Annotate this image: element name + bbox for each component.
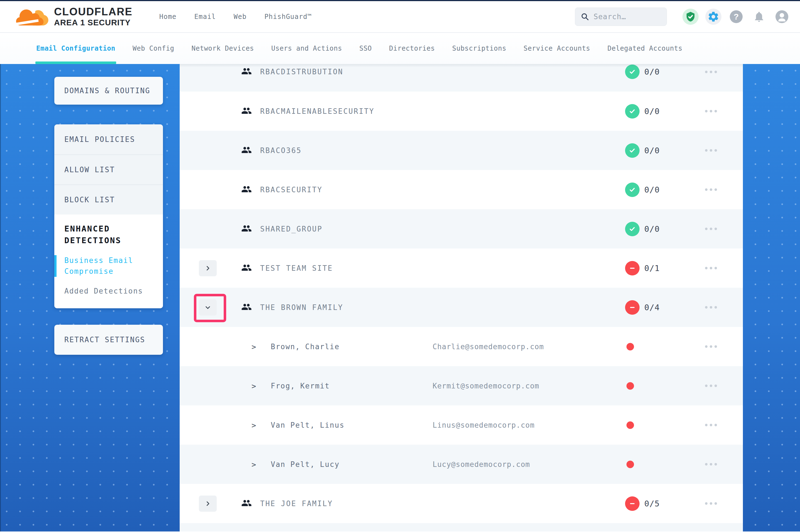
tab-delegated-accounts[interactable]: Delegated Accounts [607,33,683,64]
primary-nav: HomeEmailWebPhishGuard™ [159,13,312,21]
tab-email-configuration[interactable]: Email Configuration [36,33,115,64]
row-actions-menu-button[interactable] [701,263,721,274]
groups-table: RBACDISTRUBUTION0/0RBACMAILENABLESECURIT… [180,64,743,531]
status-blocked-badge [625,261,639,276]
status-alert-dot [626,382,634,390]
table-row-user-van-pelt-linus[interactable]: >Van Pelt, LinusLinus@somedemocorp.com [180,405,743,444]
row-actions-menu-button[interactable] [701,420,721,431]
shield-check-icon[interactable] [683,8,698,25]
sidebar-section-enhanced-detections: ENHANCED DETECTIONS Business Email Compr… [54,214,163,308]
sidebar-item-retract-settings[interactable]: RETRACT SETTINGS [54,325,163,355]
user-name: Van Pelt, Linus [271,421,345,429]
row-actions-menu-button[interactable] [701,145,721,156]
row-actions-menu-button[interactable] [701,106,721,117]
user-name: Van Pelt, Lucy [271,460,340,469]
status-alert-dot [626,343,634,350]
status-ok-badge [625,64,639,79]
table-row-group-rbaco365[interactable]: RBACO3650/0 [180,131,743,170]
group-name: TEST TEAM SITE [260,264,333,272]
app-header: CLOUDFLARE AREA 1 SECURITY HomeEmailWebP… [0,1,800,33]
tab-directories[interactable]: Directories [389,33,435,64]
row-actions-menu-button[interactable] [701,224,721,234]
member-count: 0/0 [644,146,660,155]
sidebar-item-block-list[interactable]: BLOCK LIST [54,185,163,214]
cloudflare-logo[interactable]: CLOUDFLARE AREA 1 SECURITY [16,6,132,27]
user-email: Linus@somedemocorp.com [433,421,534,429]
row-actions-menu-button[interactable] [701,341,721,352]
member-count: 0/0 [644,107,660,116]
group-icon [241,262,252,274]
page-content: DOMAINS & ROUTING EMAIL POLICIESALLOW LI… [0,64,800,531]
gear-icon[interactable] [705,8,722,25]
row-actions-menu-button[interactable] [701,459,721,470]
group-icon [241,223,252,235]
nav-item-home[interactable]: Home [159,13,177,21]
tab-web-config[interactable]: Web Config [132,33,175,64]
user-expand-caret[interactable]: > [252,381,256,390]
group-icon [241,106,252,117]
user-email: Charlie@somedemocorp.com [433,343,544,351]
member-count: 0/0 [644,185,660,194]
expand-button[interactable] [199,260,217,276]
sidebar-policies-card: EMAIL POLICIESALLOW LISTBLOCK LIST ENHAN… [54,125,163,308]
status-ok-badge [625,222,639,236]
user-expand-caret[interactable]: > [252,460,256,469]
help-icon[interactable]: ? [728,8,744,25]
user-email: Kermit@somedemocorp.com [433,382,539,390]
group-name: SHARED_GROUP [260,225,323,233]
table-row-group-rbacmailenablesecurity[interactable]: RBACMAILENABLESECURITY0/0 [180,92,743,131]
user-name: Brown, Charlie [271,343,340,351]
table-row-user-van-pelt-lucy[interactable]: >Van Pelt, LucyLucy@somedemocorp.com [180,444,743,484]
table-row-user-frog-kermit[interactable]: >Frog, KermitKermit@somedemocorp.com [180,366,743,405]
nav-item-phishguard[interactable]: PhishGuard™ [264,13,312,21]
tab-sso[interactable]: SSO [359,33,372,64]
tab-users-and-actions[interactable]: Users and Actions [271,33,342,64]
user-expand-caret[interactable]: > [252,421,256,429]
section-tabs: Email ConfigurationWeb ConfigNetwork Dev… [0,33,800,64]
member-count: 0/0 [644,67,660,77]
nav-item-email[interactable]: Email [195,13,216,21]
tab-subscriptions[interactable]: Subscriptions [452,33,506,64]
status-alert-dot [626,460,634,468]
group-name: RBACO365 [260,146,302,155]
nav-item-web[interactable]: Web [234,13,247,21]
bell-icon[interactable] [751,8,767,25]
row-actions-menu-button[interactable] [701,302,721,313]
table-row-group-shared-group[interactable]: SHARED_GROUP0/0 [180,209,743,248]
search-icon [581,13,589,21]
logo-wordmark: CLOUDFLARE [54,6,132,18]
group-icon [241,302,252,313]
search-box[interactable] [575,7,667,26]
sidebar-item-business-email-compromise[interactable]: Business Email Compromise [54,255,146,277]
member-count: 0/4 [644,303,660,312]
row-actions-menu-button[interactable] [701,66,721,77]
group-icon [241,145,252,156]
tab-network-devices[interactable]: Network Devices [192,33,254,64]
sidebar-item-domains-routing[interactable]: DOMAINS & ROUTING [54,77,163,104]
expand-button[interactable] [199,496,217,512]
row-actions-menu-button[interactable] [701,184,721,195]
table-row-group-the-joe-family[interactable]: THE JOE FAMILY0/5 [180,484,743,523]
table-row-user-brown-charlie[interactable]: >Brown, CharlieCharlie@somedemocorp.com [180,327,743,366]
status-ok-badge [625,143,639,158]
user-icon[interactable] [774,8,790,25]
sidebar-item-email-policies[interactable]: EMAIL POLICIES [54,125,163,154]
row-actions-menu-button[interactable] [701,380,721,392]
row-actions-menu-button[interactable] [701,498,721,509]
table-row-group-rbacsecurity[interactable]: RBACSECURITY0/0 [180,170,743,209]
highlight-annotation-box [194,294,226,322]
sidebar-item-allow-list[interactable]: ALLOW LIST [54,154,163,185]
member-count: 0/5 [644,499,660,508]
user-email: Lucy@somedemocorp.com [433,460,530,469]
group-icon [241,498,252,510]
table-row-group-the-brown-family[interactable]: THE BROWN FAMILY0/4 [180,288,743,327]
group-name: THE JOE FAMILY [260,499,333,508]
user-expand-caret[interactable]: > [252,342,256,351]
group-icon [241,66,252,78]
group-name: RBACMAILENABLESECURITY [260,107,375,115]
table-row-group-rbacdistrubution[interactable]: RBACDISTRUBUTION0/0 [180,64,743,92]
search-input[interactable] [594,13,661,21]
table-row-group-test-team-site[interactable]: TEST TEAM SITE0/1 [180,248,743,288]
sidebar-item-added-detections[interactable]: Added Detections [54,286,146,297]
tab-service-accounts[interactable]: Service Accounts [524,33,590,64]
